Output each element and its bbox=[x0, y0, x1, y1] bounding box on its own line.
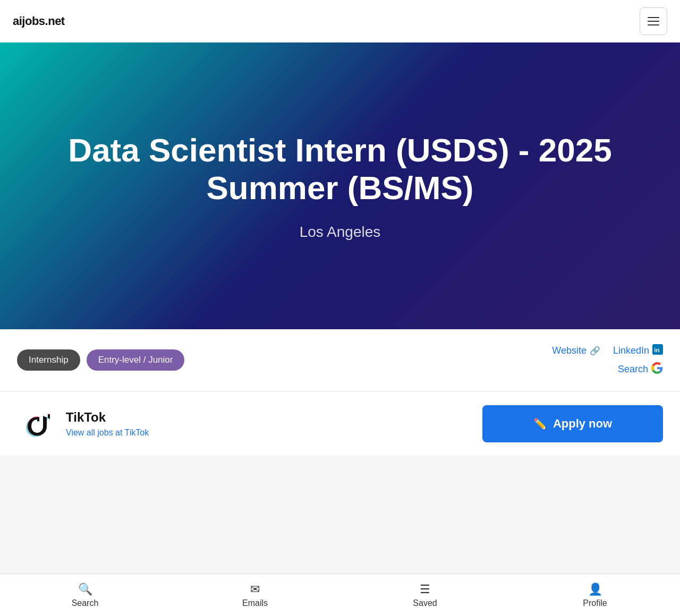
bottom-nav-emails[interactable]: ✉ Emails bbox=[170, 574, 340, 616]
saved-nav-icon: ☰ bbox=[420, 583, 430, 596]
tag-internship[interactable]: Internship bbox=[17, 349, 80, 371]
external-links-column: Website 🔗 LinkedIn in Search bbox=[552, 344, 663, 376]
apply-now-button[interactable]: ✏️ Apply now bbox=[482, 405, 663, 442]
company-logo bbox=[17, 405, 55, 443]
external-links-row-1: Website 🔗 LinkedIn in bbox=[552, 344, 663, 357]
hamburger-line-2 bbox=[648, 21, 659, 22]
bottom-nav-saved[interactable]: ☰ Saved bbox=[340, 574, 510, 616]
tags-right: Website 🔗 LinkedIn in Search bbox=[552, 344, 663, 376]
linkedin-label: LinkedIn bbox=[613, 345, 649, 356]
job-title: Data Scientist Intern (USDS) - 2025 Summ… bbox=[48, 131, 632, 207]
search-nav-label: Search bbox=[72, 598, 99, 608]
website-icon: 🔗 bbox=[590, 346, 600, 356]
emails-nav-icon: ✉ bbox=[250, 583, 260, 596]
tags-section: Internship Entry-level / Junior Website … bbox=[0, 329, 680, 391]
company-section: TikTok View all jobs at TikTok ✏️ Apply … bbox=[0, 391, 680, 456]
navbar: aijobs.net bbox=[0, 0, 680, 42]
linkedin-icon: in bbox=[652, 344, 663, 357]
emails-nav-label: Emails bbox=[242, 598, 268, 608]
site-brand[interactable]: aijobs.net bbox=[13, 14, 65, 28]
hamburger-line-1 bbox=[648, 17, 659, 18]
search-nav-icon: 🔍 bbox=[78, 583, 92, 596]
website-label: Website bbox=[552, 345, 586, 356]
bottom-nav: 🔍 Search ✉ Emails ☰ Saved 👤 Profile bbox=[0, 574, 680, 616]
company-info: TikTok View all jobs at TikTok bbox=[66, 410, 149, 438]
company-left: TikTok View all jobs at TikTok bbox=[17, 405, 149, 443]
profile-nav-icon: 👤 bbox=[588, 583, 602, 596]
bottom-nav-profile[interactable]: 👤 Profile bbox=[510, 574, 680, 616]
svg-text:in: in bbox=[654, 346, 659, 353]
company-jobs-link[interactable]: View all jobs at TikTok bbox=[66, 428, 149, 438]
search-external-label: Search bbox=[618, 364, 648, 375]
external-links-row-2: Search bbox=[618, 362, 663, 376]
job-location: Los Angeles bbox=[300, 224, 381, 241]
brand-ai: ai bbox=[13, 14, 22, 28]
linkedin-link[interactable]: LinkedIn in bbox=[613, 344, 663, 357]
bottom-nav-search[interactable]: 🔍 Search bbox=[0, 574, 170, 616]
tag-level[interactable]: Entry-level / Junior bbox=[87, 349, 185, 371]
company-name: TikTok bbox=[66, 410, 149, 425]
hero-section: Data Scientist Intern (USDS) - 2025 Summ… bbox=[0, 42, 680, 329]
website-link[interactable]: Website 🔗 bbox=[552, 344, 600, 357]
brand-rest: jobs.net bbox=[22, 14, 64, 28]
hamburger-line-3 bbox=[648, 24, 659, 25]
apply-icon: ✏️ bbox=[533, 417, 547, 430]
saved-nav-label: Saved bbox=[413, 598, 437, 608]
apply-label: Apply now bbox=[553, 417, 612, 431]
profile-nav-label: Profile bbox=[583, 598, 607, 608]
tags-left: Internship Entry-level / Junior bbox=[17, 349, 184, 371]
search-link[interactable]: Search bbox=[618, 362, 663, 376]
google-icon bbox=[651, 362, 663, 376]
tiktok-logo-svg bbox=[20, 407, 53, 440]
menu-toggle-button[interactable] bbox=[640, 7, 667, 35]
